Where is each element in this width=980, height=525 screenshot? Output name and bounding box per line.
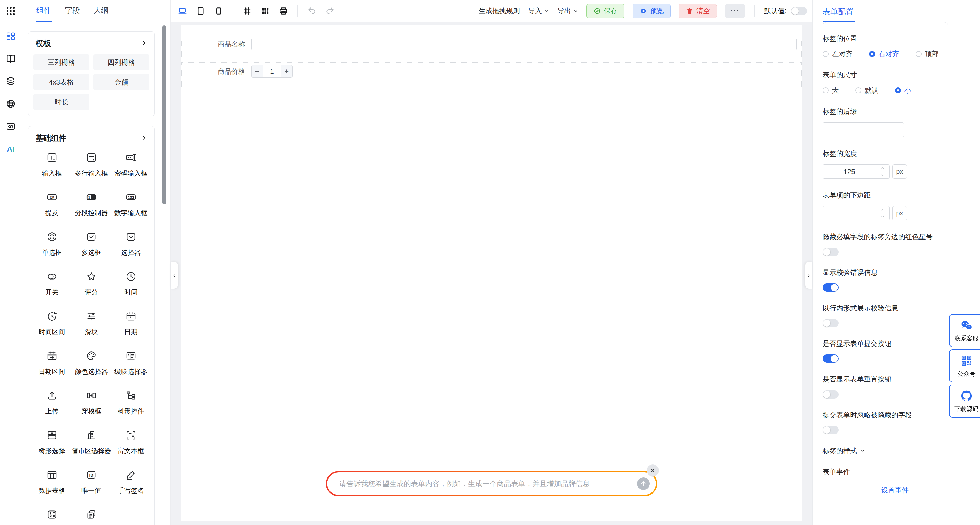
clear-button[interactable]: 清空 [679,4,717,18]
grid-guides-icon[interactable] [242,6,252,16]
column-layout-icon[interactable] [260,6,270,16]
label-width-value[interactable] [823,165,876,179]
template-duration[interactable]: 时长 [33,94,89,110]
spinner-up-button[interactable] [876,165,889,172]
collapse-sidebar-handle[interactable] [171,262,178,289]
print-icon[interactable] [278,6,289,16]
tab-form-config[interactable]: 表单配置 [822,6,854,22]
label-suffix-input[interactable] [822,122,904,137]
show-reset-button-toggle[interactable] [822,390,838,399]
component-item-date-range[interactable]: 日期区间 [33,350,70,376]
dashboard-grid-icon[interactable] [5,30,16,42]
more-actions-button[interactable]: ··· [725,4,745,18]
component-item-rate[interactable]: 评分 [72,271,111,297]
component-item-color-picker[interactable]: 颜色选择器 [72,350,111,376]
preview-button[interactable]: 预览 [633,4,671,18]
component-item-signature[interactable]: 手写签名 [112,469,150,495]
radio-size-large[interactable]: 大 [822,86,839,95]
chevron-right-icon[interactable] [141,40,147,47]
spinner-down-button[interactable] [876,214,889,220]
label-style-collapse[interactable]: 标签的样式 [822,446,967,455]
component-item-tree-select[interactable]: 树形选择 [33,429,70,455]
radio-size-default[interactable]: 默认 [855,86,878,95]
radio-align-right[interactable]: 右对齐 [869,49,899,58]
official-account-button[interactable]: 公众号 [949,349,980,382]
form-field-product-name[interactable]: 商品名称 [181,35,802,59]
save-button[interactable]: 保存 [587,4,624,18]
export-dropdown[interactable]: 导出 [557,6,578,16]
device-tablet-icon[interactable] [196,6,206,16]
component-item-sub-form[interactable]: 子表单选择器 [72,509,111,525]
download-source-button[interactable]: 下载源码 [949,385,980,418]
ai-send-button[interactable] [637,477,650,490]
component-item-unique-id[interactable]: ID 唯一值 [72,469,111,495]
component-item-time-range[interactable]: 时间区间 [33,310,70,336]
show-submit-button-toggle[interactable] [822,354,838,363]
stepper-decrease-button[interactable]: − [251,65,263,77]
spinner-down-button[interactable] [876,172,889,179]
component-item-mention[interactable]: @ 提及 [33,191,70,217]
ignore-hidden-fields-toggle[interactable] [822,426,838,434]
component-item-switch[interactable]: 开关 [33,271,70,297]
number-input-icon-item[interactable]: 123 数字输入框 [112,191,150,217]
tab-components[interactable]: 组件 [36,0,52,22]
show-validation-error-toggle[interactable] [822,283,838,292]
component-item-transfer[interactable]: 穿梭框 [72,390,111,416]
component-item-cascader[interactable]: 级联选择器 [112,350,150,376]
template-4x3-table[interactable]: 4x3表格 [33,74,89,90]
device-phone-icon[interactable] [213,6,224,16]
radio-size-small[interactable]: 小 [895,86,911,95]
website-globe-icon[interactable] [5,98,16,110]
component-item-region-picker[interactable]: 省市区选择器 [72,429,111,455]
sidebar-scrollbar[interactable] [162,26,166,204]
stepper-increase-button[interactable]: + [281,65,292,77]
ai-assistant-icon[interactable]: AI [5,143,16,155]
set-events-button[interactable]: 设置事件 [822,483,967,498]
component-item-data-table[interactable]: 数据表格 [33,469,70,495]
inline-validation-toggle[interactable] [822,319,838,327]
docs-book-icon[interactable] [5,53,16,64]
form-canvas[interactable]: 商品名称 商品价格 − 1 + [181,26,802,520]
code-icon[interactable] [5,121,16,132]
component-item-radio[interactable]: 单选框 [33,231,70,257]
hide-required-star-toggle[interactable] [822,248,838,256]
form-field-product-price[interactable]: 商品价格 − 1 + [181,62,802,89]
component-item-date[interactable]: 日期 [112,310,150,336]
component-item-formula[interactable]: 计算公式 [33,509,70,525]
product-name-input[interactable] [251,38,797,50]
chevron-right-icon[interactable] [141,134,147,142]
component-item-rich-text[interactable]: 富文本框 [112,429,150,455]
spinner-up-button[interactable] [876,206,889,214]
undo-icon[interactable] [307,6,317,16]
stepper-value[interactable]: 1 [263,65,281,77]
contact-support-button[interactable]: 联系客服 [949,314,980,347]
template-three-col[interactable]: 三列栅格 [33,54,89,70]
tab-outline[interactable]: 大纲 [93,0,109,22]
apps-grid-icon[interactable] [5,5,16,16]
component-item-checkbox[interactable]: 多选框 [72,231,111,257]
tab-fields[interactable]: 字段 [64,0,80,22]
database-icon[interactable] [5,75,16,87]
radio-align-left[interactable]: 左对齐 [822,49,853,58]
component-item-slider[interactable]: 滑块 [72,310,111,336]
component-item-segmented[interactable]: 12 分段控制器 [72,191,111,217]
generate-drag-rule-button[interactable]: 生成拖拽规则 [479,6,520,16]
template-four-col[interactable]: 四列栅格 [93,54,150,70]
component-item-input[interactable]: 输入框 [33,152,70,178]
default-value-toggle[interactable] [791,7,807,15]
component-item-time[interactable]: 时间 [112,271,150,297]
ai-close-button[interactable] [647,464,659,477]
template-amount[interactable]: 金额 [93,74,150,90]
collapse-panel-handle[interactable] [805,262,812,289]
component-item-textarea[interactable]: 多行输入框 [72,152,111,178]
ai-prompt-input[interactable] [339,479,632,488]
redo-icon[interactable] [325,6,335,16]
component-item-upload[interactable]: 上传 [33,390,70,416]
radio-align-top[interactable]: 顶部 [916,49,939,58]
item-bottom-margin-value[interactable] [823,206,876,220]
component-item-select[interactable]: 选择器 [112,231,150,257]
import-dropdown[interactable]: 导入 [528,6,549,16]
component-item-password[interactable]: 密码输入框 [112,152,150,178]
device-desktop-icon[interactable] [177,6,188,16]
component-item-tree[interactable]: 树形控件 [112,390,150,416]
